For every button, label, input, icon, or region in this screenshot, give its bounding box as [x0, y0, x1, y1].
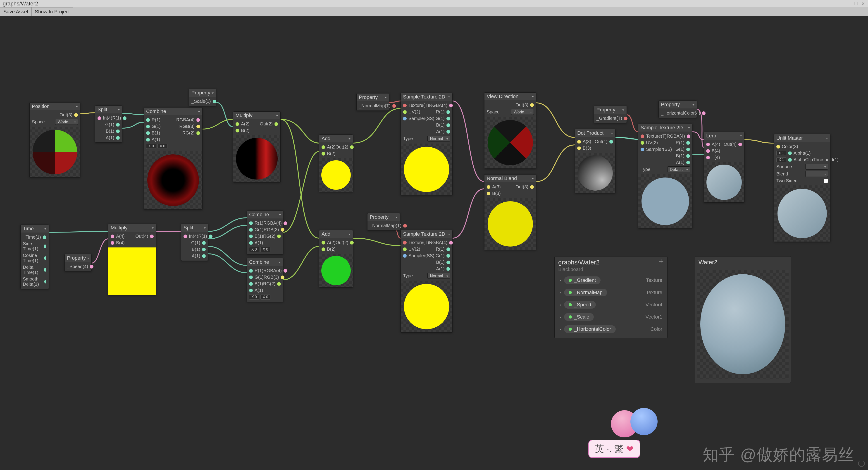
output-port[interactable]	[196, 131, 200, 135]
node-view-direction[interactable]: View Direction▾ Out(3) SpaceWorld	[484, 92, 536, 169]
node-property-scale[interactable]: Property▾ _Scale(1)	[189, 89, 216, 106]
output-port[interactable]	[624, 117, 627, 120]
chevron-down-icon[interactable]: ▾	[279, 261, 281, 264]
type-dropdown[interactable]: Default	[667, 167, 690, 172]
input-port[interactable]	[97, 116, 101, 120]
output-port[interactable]	[446, 254, 450, 258]
input-port[interactable]	[641, 135, 644, 138]
chevron-down-icon[interactable]: ▾	[276, 114, 278, 117]
value-field[interactable]: X 0	[249, 247, 259, 252]
output-port[interactable]	[403, 224, 407, 228]
node-unlit-master[interactable]: Unlit Master▾ Color(3) X 1Alpha(1) X 1Al…	[774, 134, 831, 242]
node-property-normalmap-2[interactable]: Property▾ _NormalMap(T)	[367, 213, 400, 231]
input-port[interactable]	[641, 141, 644, 145]
output-port[interactable]	[202, 241, 206, 245]
output-port[interactable]	[702, 111, 706, 115]
input-port[interactable]	[146, 125, 150, 128]
blackboard-item[interactable]: ›_Scale Vector1	[555, 311, 667, 323]
value-field[interactable]: X 1	[776, 157, 786, 162]
input-port[interactable]	[706, 149, 710, 153]
output-port[interactable]	[609, 140, 613, 144]
input-port[interactable]	[788, 158, 792, 161]
property-pill[interactable]: _Gradient	[564, 276, 600, 284]
input-port[interactable]	[403, 117, 407, 120]
output-port[interactable]	[74, 113, 78, 117]
node-dot-product[interactable]: Dot Product▾ A(3)Out(1) B(3)	[575, 129, 616, 193]
output-port[interactable]	[283, 269, 287, 272]
chevron-down-icon[interactable]: ▾	[76, 105, 78, 108]
input-port[interactable]	[236, 122, 239, 126]
chevron-down-icon[interactable]: ▾	[152, 226, 154, 229]
chevron-down-icon[interactable]: ▾	[532, 177, 534, 180]
output-port[interactable]	[196, 125, 200, 128]
blackboard-item[interactable]: ›_Gradient Texture	[555, 274, 667, 286]
input-port[interactable]	[403, 247, 407, 251]
chevron-down-icon[interactable]: ▾	[87, 257, 89, 260]
input-port[interactable]	[249, 282, 253, 286]
value-field[interactable]: X 0	[249, 295, 259, 299]
two-sided-checkbox[interactable]	[824, 179, 828, 183]
output-port[interactable]	[446, 130, 450, 134]
output-port[interactable]	[202, 254, 206, 258]
chevron-down-icon[interactable]: ▾	[692, 103, 694, 106]
output-port[interactable]	[202, 248, 206, 251]
node-position[interactable]: Position▾ Out(3) SpaceWorld	[29, 102, 80, 177]
input-port[interactable]	[236, 129, 239, 133]
node-property-gradient[interactable]: Property▾ _Gradient(T)	[594, 106, 627, 123]
chevron-down-icon[interactable]: ▾	[532, 95, 534, 98]
input-port[interactable]	[321, 145, 325, 149]
chevron-down-icon[interactable]: ▾	[826, 137, 828, 140]
chevron-down-icon[interactable]: ▾	[622, 108, 624, 111]
node-sample-texture-3[interactable]: Sample Texture 2D▾ Texture(T)RGBA(4) UV(…	[638, 124, 692, 229]
blend-dropdown[interactable]	[805, 171, 828, 177]
node-sample-texture-2[interactable]: Sample Texture 2D▾ Texture(T)RGBA(4) UV(…	[401, 230, 453, 332]
output-port[interactable]	[44, 268, 46, 272]
chevron-down-icon[interactable]: ▾	[204, 226, 206, 229]
node-time[interactable]: Time▾ Time(1) Sine Time(1) Cosine Time(1…	[20, 225, 49, 289]
output-port[interactable]	[449, 104, 453, 107]
output-port[interactable]	[446, 123, 450, 127]
type-dropdown[interactable]: Normal	[428, 273, 450, 279]
input-port[interactable]	[249, 241, 253, 245]
output-port[interactable]	[530, 185, 534, 189]
chevron-down-icon[interactable]: ▾	[448, 95, 450, 98]
input-port[interactable]	[487, 192, 490, 195]
output-port[interactable]	[123, 116, 126, 120]
chevron-down-icon[interactable]: ▾	[688, 126, 690, 129]
input-port[interactable]	[321, 247, 325, 251]
input-port[interactable]	[776, 145, 780, 148]
input-port[interactable]	[577, 140, 581, 144]
node-split-2[interactable]: Split▾ In(4)R(1) G(1) B(1) A(1)	[181, 224, 208, 261]
input-port[interactable]	[403, 110, 407, 114]
node-combine-2[interactable]: Combine▾ R(1)RGBA(4) G(1)RGB(3) B(1)RG(2…	[247, 210, 283, 255]
node-combine-3[interactable]: Combine▾ R(1)RGBA(4) G(1)RGB(3) B(1)RG(2…	[247, 258, 283, 302]
window-minimize-icon[interactable]: —	[845, 1, 852, 6]
node-property-speed[interactable]: Property▾ _Speed(4)	[64, 254, 92, 271]
output-port[interactable]	[687, 135, 690, 138]
input-port[interactable]	[111, 235, 114, 238]
chevron-down-icon[interactable]: ▾	[448, 233, 450, 235]
input-port[interactable]	[706, 156, 710, 159]
input-port[interactable]	[146, 138, 150, 142]
property-pill[interactable]: _HorizontalColor	[564, 325, 616, 333]
input-port[interactable]	[403, 104, 407, 107]
input-port[interactable]	[249, 275, 253, 279]
chevron-down-icon[interactable]: ▾	[44, 227, 46, 230]
output-port[interactable]	[283, 222, 287, 225]
input-port[interactable]	[111, 241, 114, 245]
output-port[interactable]	[446, 247, 450, 251]
output-port[interactable]	[530, 103, 534, 107]
node-sample-texture-1[interactable]: Sample Texture 2D▾ Texture(T)RGBA(4) UV(…	[401, 93, 453, 195]
chevron-right-icon[interactable]: ›	[560, 327, 561, 332]
output-port[interactable]	[277, 282, 281, 286]
chevron-down-icon[interactable]: ▾	[740, 134, 742, 137]
surface-dropdown[interactable]	[805, 164, 828, 170]
output-port[interactable]	[686, 148, 690, 151]
input-port[interactable]	[641, 148, 644, 151]
chevron-down-icon[interactable]: ▾	[611, 131, 613, 135]
node-normal-blend[interactable]: Normal Blend▾ A(3)Out(3) B(3)	[484, 174, 536, 250]
output-port[interactable]	[116, 136, 120, 140]
space-dropdown[interactable]: World	[511, 109, 534, 115]
value-field[interactable]: X 0	[260, 295, 270, 299]
output-port[interactable]	[44, 244, 46, 248]
